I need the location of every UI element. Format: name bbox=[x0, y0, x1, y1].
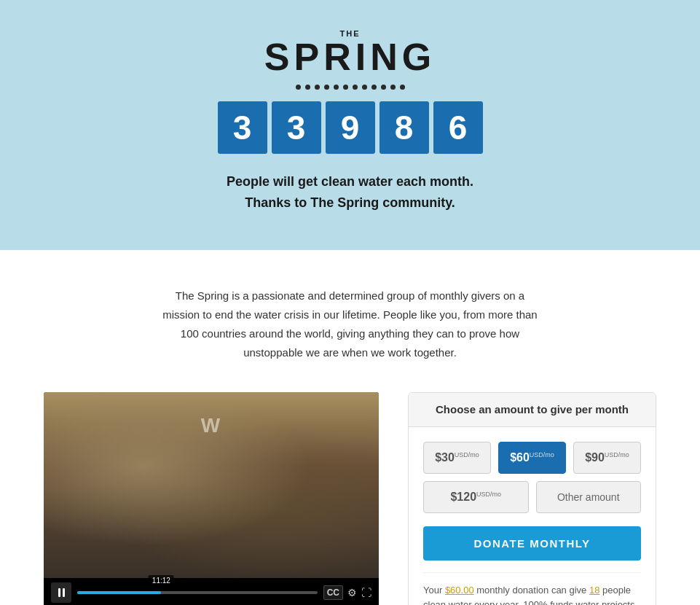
video-thumbnail[interactable]: W bbox=[44, 392, 379, 578]
counter-tile: 8 bbox=[380, 101, 429, 154]
hero-tagline: People will get clean water each month. … bbox=[15, 171, 685, 214]
logo-container: THE SPRING bbox=[15, 29, 685, 76]
counter-tile: 3 bbox=[272, 101, 321, 154]
progress-bar-bg[interactable]: 11:12 bbox=[77, 591, 318, 594]
video-watermark: W bbox=[201, 414, 221, 437]
amount-button-2[interactable]: $60USD/mo bbox=[498, 442, 566, 474]
logo-dot bbox=[390, 85, 396, 90]
amount-button-1[interactable]: $30USD/mo bbox=[423, 442, 491, 474]
donation-header: Choose an amount to give per month bbox=[409, 393, 656, 427]
progress-bar-fill bbox=[77, 591, 161, 594]
body-description: The Spring is a passionate and determine… bbox=[161, 286, 540, 363]
amount-grid-row2: $120USD/moOther amount bbox=[423, 481, 641, 513]
video-player[interactable]: W 11:12 CC ⚙ ⛶ bbox=[44, 392, 379, 605]
logo-dot bbox=[315, 85, 320, 90]
logo-dot bbox=[324, 85, 329, 90]
time-tooltip: 11:12 bbox=[149, 575, 174, 586]
donation-header-text: Choose an amount to give per month bbox=[436, 403, 629, 415]
logo-dots bbox=[15, 85, 685, 90]
logo-dot bbox=[353, 85, 358, 90]
logo-dot bbox=[305, 85, 310, 90]
donation-footer: Your $60.00 monthly donation can give 18… bbox=[423, 572, 641, 605]
settings-icon[interactable]: ⚙ bbox=[347, 587, 357, 598]
logo-dot bbox=[296, 85, 301, 90]
video-controls: 11:12 CC ⚙ ⛶ bbox=[44, 578, 379, 605]
logo-dot bbox=[371, 85, 377, 90]
counter-tile: 3 bbox=[218, 101, 267, 154]
tagline-line1: People will get clean water each month. bbox=[227, 174, 473, 189]
hero-section: THE SPRING 33986 People will get clean w… bbox=[0, 0, 700, 250]
progress-container[interactable]: 11:12 bbox=[77, 591, 318, 594]
tagline-line2: Thanks to The Spring community. bbox=[245, 195, 455, 210]
amount-button-row2-2[interactable]: Other amount bbox=[536, 481, 642, 513]
body-section: The Spring is a passionate and determine… bbox=[0, 250, 700, 392]
video-control-icons: CC ⚙ ⛶ bbox=[323, 585, 371, 600]
logo-dot bbox=[362, 85, 367, 90]
logo-dot bbox=[334, 85, 339, 90]
pause-bar-left bbox=[58, 588, 60, 597]
counter-row: 33986 bbox=[15, 101, 685, 154]
cc-button[interactable]: CC bbox=[323, 585, 343, 600]
donation-body: $30USD/mo$60USD/mo$90USD/mo $120USD/moOt… bbox=[409, 427, 656, 605]
fullscreen-icon[interactable]: ⛶ bbox=[361, 587, 371, 598]
amount-grid-row1: $30USD/mo$60USD/mo$90USD/mo bbox=[423, 442, 641, 474]
donation-widget: Choose an amount to give per month $30US… bbox=[408, 392, 656, 605]
pause-button[interactable] bbox=[51, 582, 71, 603]
pause-bar-right bbox=[63, 588, 65, 597]
counter-tile: 6 bbox=[433, 101, 483, 154]
donate-button[interactable]: DONATE MONTHLY bbox=[423, 526, 641, 561]
logo-dot bbox=[381, 85, 386, 90]
donation-amount-highlight: $60.00 bbox=[445, 585, 474, 596]
amount-button-row2-1[interactable]: $120USD/mo bbox=[423, 481, 529, 513]
amount-button-3[interactable]: $90USD/mo bbox=[573, 442, 641, 474]
main-content: W 11:12 CC ⚙ ⛶ Choo bbox=[0, 392, 700, 605]
donation-people-highlight: 18 bbox=[589, 585, 599, 596]
logo-spring-text: SPRING bbox=[264, 36, 436, 78]
logo-dot bbox=[400, 85, 405, 90]
logo-dot bbox=[343, 85, 348, 90]
pause-icon bbox=[58, 588, 65, 597]
counter-tile: 9 bbox=[326, 101, 375, 154]
